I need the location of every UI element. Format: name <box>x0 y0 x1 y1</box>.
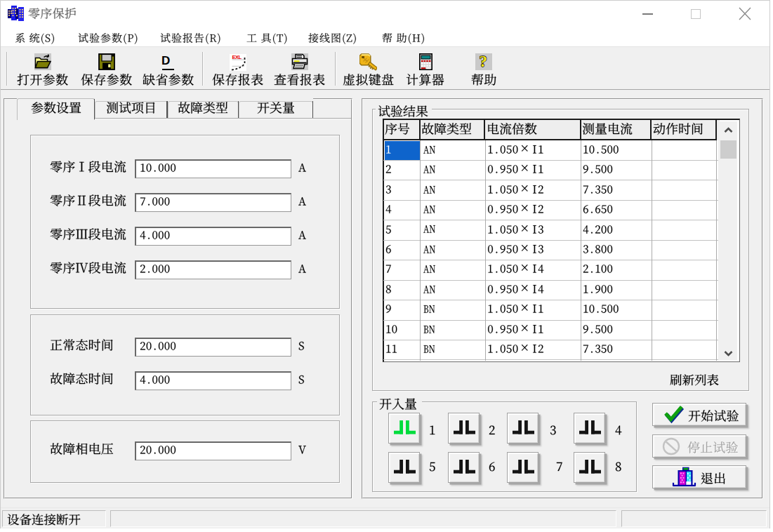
svg-text:?: ? <box>480 53 488 70</box>
